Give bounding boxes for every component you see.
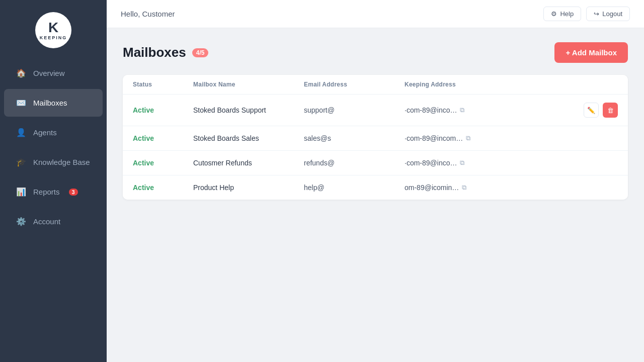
logout-button[interactable]: ↪ Logout <box>586 7 630 21</box>
col-actions <box>578 81 618 88</box>
knowledge-icon: 🎓 <box>16 157 26 167</box>
sidebar-item-label: Account <box>33 217 60 226</box>
greeting-text: Hello, Customer <box>121 10 175 18</box>
logo-area: K KEEPING <box>0 0 107 58</box>
email-address: support@ <box>304 106 405 114</box>
reports-badge: 3 <box>69 189 78 196</box>
sidebar-item-mailboxes[interactable]: ✉️ Mailboxes <box>4 89 103 117</box>
agents-icon: 👤 <box>16 128 26 137</box>
copy-icon[interactable]: ⧉ <box>460 106 464 114</box>
table-header: Status Mailbox Name Email Address Keepin… <box>123 75 628 95</box>
status-badge: Active <box>133 184 193 192</box>
page-header: Mailboxes 4/5 + Add Mailbox <box>123 42 628 63</box>
account-icon: ⚙️ <box>16 217 26 226</box>
logo-text: KEEPING <box>40 35 67 40</box>
logo: K KEEPING <box>35 12 71 48</box>
mail-icon: ✉️ <box>16 98 26 108</box>
help-label: Help <box>560 10 574 18</box>
copy-icon[interactable]: ⧉ <box>466 134 470 142</box>
delete-button[interactable]: 🗑 <box>603 103 618 118</box>
page-title-area: Mailboxes 4/5 <box>123 45 208 60</box>
email-address: refunds@ <box>304 159 405 167</box>
add-mailbox-button[interactable]: + Add Mailbox <box>554 42 628 63</box>
sidebar-item-label: Mailboxes <box>33 99 67 107</box>
mailboxes-table: Status Mailbox Name Email Address Keepin… <box>123 75 628 200</box>
table-row: Active Product Help help@ om-89@icomin… … <box>123 175 628 200</box>
mailbox-count-badge: 4/5 <box>192 48 209 57</box>
sidebar-item-overview[interactable]: 🏠 Overview <box>4 59 103 87</box>
home-icon: 🏠 <box>16 68 26 78</box>
sidebar-item-label: Overview <box>33 69 65 77</box>
copy-icon[interactable]: ⧉ <box>460 159 464 167</box>
header-actions: ⚙ Help ↪ Logout <box>543 7 630 21</box>
logo-k: K <box>48 21 58 35</box>
email-address: sales@s <box>304 134 405 142</box>
mailbox-name: Stoked Boards Support <box>193 106 304 114</box>
sidebar-item-label: Reports <box>33 188 60 196</box>
keeping-address: ·com-89@incom… ⧉ <box>405 134 578 142</box>
edit-button[interactable]: ✏️ <box>584 103 599 118</box>
table-row: Active Cutosmer Refunds refunds@ ·com-89… <box>123 151 628 175</box>
help-button[interactable]: ⚙ Help <box>543 7 581 21</box>
status-badge: Active <box>133 134 193 142</box>
table-row: Active Stoked Boards Sales sales@s ·com-… <box>123 126 628 151</box>
col-name: Mailbox Name <box>193 81 304 88</box>
sidebar: K KEEPING 🏠 Overview ✉️ Mailboxes 👤 Agen… <box>0 0 107 362</box>
status-badge: Active <box>133 106 193 114</box>
mailbox-name: Cutosmer Refunds <box>193 159 304 167</box>
sidebar-item-label: Knowledge Base <box>33 158 90 166</box>
reports-icon: 📊 <box>16 187 26 197</box>
mailbox-name: Stoked Boards Sales <box>193 134 304 142</box>
sidebar-item-reports[interactable]: 📊 Reports 3 <box>4 178 103 206</box>
row-actions: ✏️ 🗑 <box>578 103 618 118</box>
table-row: Active Stoked Boards Support support@ ·c… <box>123 95 628 126</box>
keeping-address: ·com-89@inco… ⧉ <box>405 106 578 114</box>
mailbox-name: Product Help <box>193 184 304 192</box>
sidebar-item-label: Agents <box>33 128 57 137</box>
col-keeping: Keeping Address <box>405 81 578 88</box>
main-content: Hello, Customer ⚙ Help ↪ Logout Mailboxe… <box>107 0 644 362</box>
gear-icon: ⚙ <box>551 10 557 18</box>
page-title: Mailboxes <box>123 45 186 60</box>
logout-label: Logout <box>602 10 622 18</box>
sidebar-item-knowledge-base[interactable]: 🎓 Knowledge Base <box>4 148 103 176</box>
sidebar-item-account[interactable]: ⚙️ Account <box>4 208 103 235</box>
email-address: help@ <box>304 184 405 192</box>
content-area: Mailboxes 4/5 + Add Mailbox Status Mailb… <box>107 28 644 362</box>
col-status: Status <box>133 81 193 88</box>
keeping-address: ·com-89@inco… ⧉ <box>405 159 578 167</box>
sidebar-item-agents[interactable]: 👤 Agents <box>4 119 103 146</box>
header: Hello, Customer ⚙ Help ↪ Logout <box>107 0 644 28</box>
col-email: Email Address <box>304 81 405 88</box>
keeping-address: om-89@icomin… ⧉ <box>405 184 578 192</box>
logout-icon: ↪ <box>594 10 599 18</box>
status-badge: Active <box>133 159 193 167</box>
copy-icon[interactable]: ⧉ <box>462 184 466 192</box>
